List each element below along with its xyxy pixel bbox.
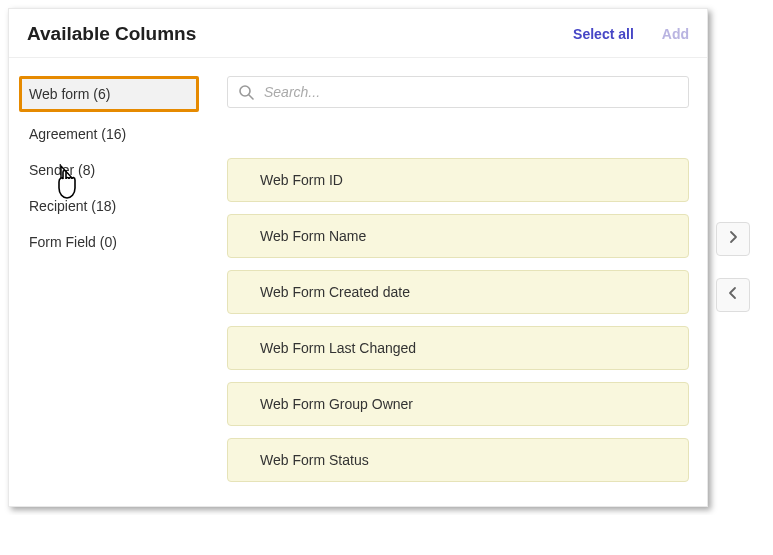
category-agreement[interactable]: Agreement (16) bbox=[19, 116, 199, 152]
category-label: Sender (8) bbox=[29, 162, 95, 178]
column-label: Web Form ID bbox=[260, 172, 343, 188]
category-label: Recipient (18) bbox=[29, 198, 116, 214]
column-item[interactable]: Web Form Name bbox=[227, 214, 689, 258]
column-label: Web Form Name bbox=[260, 228, 366, 244]
move-left-button[interactable] bbox=[716, 278, 750, 312]
column-list: Web Form ID Web Form Name Web Form Creat… bbox=[227, 158, 689, 482]
category-label: Form Field (0) bbox=[29, 234, 117, 250]
column-label: Web Form Last Changed bbox=[260, 340, 416, 356]
column-item[interactable]: Web Form Status bbox=[227, 438, 689, 482]
category-sidebar: Web form (6) Agreement (16) Sender (8) R… bbox=[9, 58, 209, 506]
column-label: Web Form Status bbox=[260, 452, 369, 468]
panel-title: Available Columns bbox=[27, 23, 196, 45]
add-button[interactable]: Add bbox=[662, 26, 689, 42]
search-icon bbox=[238, 84, 254, 100]
header-actions: Select all Add bbox=[573, 26, 689, 42]
move-right-button[interactable] bbox=[716, 222, 750, 256]
category-form-field[interactable]: Form Field (0) bbox=[19, 224, 199, 260]
chevron-left-icon bbox=[728, 286, 738, 304]
category-web-form[interactable]: Web form (6) bbox=[19, 76, 199, 112]
column-item[interactable]: Web Form ID bbox=[227, 158, 689, 202]
category-recipient[interactable]: Recipient (18) bbox=[19, 188, 199, 224]
search-input[interactable] bbox=[264, 84, 678, 100]
columns-main: Web Form ID Web Form Name Web Form Creat… bbox=[209, 58, 707, 506]
column-label: Web Form Group Owner bbox=[260, 396, 413, 412]
select-all-button[interactable]: Select all bbox=[573, 26, 634, 42]
available-columns-panel: Available Columns Select all Add Web for… bbox=[8, 8, 708, 507]
panel-header: Available Columns Select all Add bbox=[9, 9, 707, 58]
chevron-right-icon bbox=[728, 230, 738, 248]
column-item[interactable]: Web Form Last Changed bbox=[227, 326, 689, 370]
column-label: Web Form Created date bbox=[260, 284, 410, 300]
svg-line-1 bbox=[249, 95, 253, 99]
transfer-buttons bbox=[716, 222, 750, 312]
search-field[interactable] bbox=[227, 76, 689, 108]
column-item[interactable]: Web Form Created date bbox=[227, 270, 689, 314]
category-label: Web form (6) bbox=[29, 86, 110, 102]
column-item[interactable]: Web Form Group Owner bbox=[227, 382, 689, 426]
panel-body: Web form (6) Agreement (16) Sender (8) R… bbox=[9, 58, 707, 506]
category-label: Agreement (16) bbox=[29, 126, 126, 142]
category-sender[interactable]: Sender (8) bbox=[19, 152, 199, 188]
